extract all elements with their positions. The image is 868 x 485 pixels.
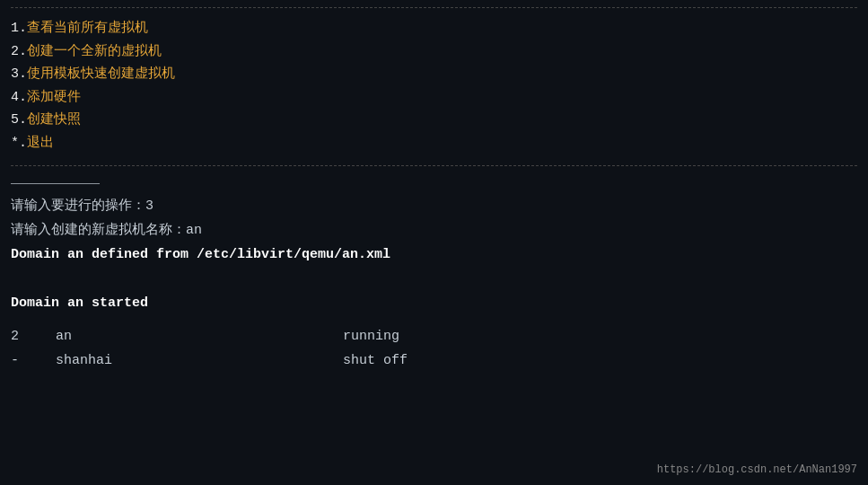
menu-label-2: 创建一个全新的虚拟机 <box>27 44 162 59</box>
table-row-2: - shanhai shut off <box>11 348 857 373</box>
menu-label-1: 查看当前所有虚拟机 <box>27 21 148 36</box>
vm-table: 2 an running - shanhai shut off <box>11 324 857 373</box>
menu-item-4: 4.添加硬件 <box>11 86 857 110</box>
menu-number-2: 2 <box>11 44 19 59</box>
empty-line <box>11 267 857 291</box>
top-divider <box>11 7 857 8</box>
divider-1 <box>11 165 857 166</box>
vm-status-2: shut off <box>343 348 408 373</box>
menu-item-3: 3.使用模板快速创建虚拟机 <box>11 63 857 86</box>
watermark: https://blog.csdn.net/AnNan1997 <box>657 463 857 476</box>
menu-label-exit: 退出 <box>27 136 54 151</box>
menu-label-4: 添加硬件 <box>27 90 81 105</box>
content-section: 请输入要进行的操作：3 请输入创建的新虚拟机名称：an Domain an de… <box>11 194 857 373</box>
menu-number-4: 4 <box>11 90 19 105</box>
terminal: 1.查看当前所有虚拟机 2.创建一个全新的虚拟机 3.使用模板快速创建虚拟机 4… <box>0 0 868 485</box>
menu-item-1: 1.查看当前所有虚拟机 <box>11 17 857 40</box>
menu-item-exit: *.退出 <box>11 132 857 155</box>
menu-number-3: 3 <box>11 66 19 82</box>
domain-defined-line: Domain an defined from /etc/libvirt/qemu… <box>11 242 857 267</box>
menu-item-2: 2.创建一个全新的虚拟机 <box>11 40 857 64</box>
menu-label-5: 创建快照 <box>27 112 81 128</box>
menu-label-3: 使用模板快速创建虚拟机 <box>27 66 175 82</box>
menu-number-5: 5 <box>11 112 19 128</box>
underline: ___________ <box>11 172 857 187</box>
menu-number-1: 1 <box>11 21 19 36</box>
table-row-1: 2 an running <box>11 324 857 348</box>
domain-started-line: Domain an started <box>11 291 857 315</box>
vm-status-1: running <box>343 324 399 348</box>
vm-name-1: an <box>56 324 343 348</box>
prompt-line-1: 请输入要进行的操作：3 <box>11 194 857 218</box>
menu-item-5: 5.创建快照 <box>11 109 857 132</box>
prompt-line-2: 请输入创建的新虚拟机名称：an <box>11 218 857 242</box>
menu-number-exit: * <box>11 136 19 151</box>
vm-id-1: 2 <box>11 324 56 348</box>
menu-section: 1.查看当前所有虚拟机 2.创建一个全新的虚拟机 3.使用模板快速创建虚拟机 4… <box>11 13 857 160</box>
vm-id-2: - <box>11 348 56 373</box>
vm-name-2: shanhai <box>56 348 343 373</box>
